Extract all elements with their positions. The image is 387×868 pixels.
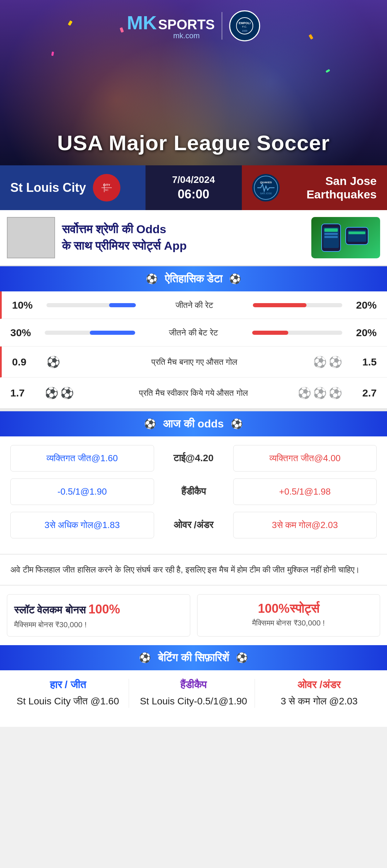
team-left-name: St Louis City: [10, 180, 86, 195]
goal-icons-left-conceded: ⚽ ⚽: [45, 386, 86, 400]
stat-bar-right-winrate: [253, 303, 342, 307]
stats-table: 10% जीतने की रेट 20% 30% जीतने की बेट रे…: [0, 291, 387, 409]
ball-icon-1: ⚽: [46, 355, 60, 369]
odds-section-title: आज की odds: [163, 417, 224, 430]
stat-win-rate-right: 20%: [342, 299, 377, 311]
odds-btn-win-right[interactable]: व्यक्तिगत जीत@4.00: [233, 445, 377, 472]
ad-text: सर्वोत्तम श्रेणी की Odds के साथ प्रीमियर…: [62, 221, 304, 254]
bet-ball-right-icon: ⚽: [236, 652, 248, 663]
bonus-section: स्लॉट वेलकम बोनस 100% मैक्सिमम बोनस ₹30,…: [0, 585, 387, 645]
svg-text:1920: 1920: [242, 30, 248, 32]
ball-icon-rc1: ⚽: [298, 386, 311, 400]
svg-text:QUAKES: QUAKES: [260, 181, 272, 184]
historical-section-title: ऐतिहासिक डेटा: [165, 272, 223, 285]
odds-row-3: 3से अधिक गोल@1.83 ओवर /अंडर 3से कम गोल@2…: [10, 512, 377, 538]
avg-goals-conceded-left: 1.7: [10, 387, 45, 399]
note-section: अवे टीम फिलहाल जीत हासिल करने के लिए संघ…: [0, 554, 387, 585]
bet-reco-val-ou: 3 से कम गोल @2.03: [262, 694, 377, 708]
stat-label-bet-rate: जीतने की बेट रेट: [139, 328, 249, 338]
bonus-sports-title: 100%स्पोर्ट्स: [204, 601, 373, 616]
stat-bar-left-betrate: [45, 331, 135, 335]
bonus-slot-title: स्लॉट वेलकम बोनस 100%: [14, 601, 183, 618]
bonus-slot-sub: मैक्सिमम बोनस ₹30,000 !: [14, 620, 183, 629]
stat-bar-right-betrate: [252, 331, 343, 335]
match-date: 7/04/2024: [172, 174, 215, 185]
svg-text:SAN JOSE: SAN JOSE: [260, 192, 272, 195]
bet-reco-val-handicap: St Louis City-0.5/1@1.90: [136, 694, 251, 708]
bonus-card-sports[interactable]: 100%स्पोर्ट्स मैक्सिमम बोनस ₹30,000 !: [197, 594, 380, 637]
bet-reco-row: हार / जीत St Louis City जीत @1.60 हैंडीक…: [0, 670, 387, 716]
odds-btn-over-left[interactable]: 3से अधिक गोल@1.83: [10, 512, 154, 538]
stat-row-win-rate: 10% जीतने की रेट 20%: [0, 291, 387, 319]
odds-btn-win-left[interactable]: व्यक्तिगत जीत@1.60: [10, 445, 154, 472]
bonus-sports-sub: मैक्सिमम बोनस ₹30,000 !: [204, 619, 373, 628]
ad-placeholder-image: [7, 217, 55, 258]
goal-icons-right-scored: ⚽ ⚽: [301, 355, 342, 369]
match-bar: St Louis City CITY SC 7/04/2024 06:00 QU…: [0, 165, 387, 210]
hero-banner: MK SPORTS mk.com EMPOLI F.C. 1920 USA Ma…: [0, 0, 387, 165]
team-right-logo: QUAKES SAN JOSE: [252, 174, 280, 202]
odds-section-header: ⚽ आज की odds ⚽: [0, 411, 387, 436]
bet-reco-section-title: बेटिंग की सिफ़ारिशें: [158, 651, 229, 664]
odds-ball-left-icon: ⚽: [144, 418, 156, 430]
bet-reco-section: हार / जीत St Louis City जीत @1.60 हैंडीक…: [0, 670, 387, 727]
bonus-card-slot[interactable]: स्लॉट वेलकम बोनस 100% मैक्सिमम बोनस ₹30,…: [7, 594, 190, 637]
odds-label-ou: ओवर /अंडर: [159, 519, 228, 531]
svg-rect-14: [324, 228, 338, 232]
ball-icon-c2: ⚽: [60, 386, 74, 400]
bet-reco-type-handicap: हैंडीकैप: [136, 679, 251, 691]
ad-app-mockup: [311, 217, 380, 258]
match-center: 7/04/2024 06:00: [146, 165, 242, 210]
avg-goals-scored-left: 0.9: [12, 356, 46, 368]
bet-reco-col-win: हार / जीत St Louis City जीत @1.60: [7, 679, 129, 708]
hero-title: USA Major League Soccer: [0, 131, 387, 155]
stat-row-avg-goals-conceded: 1.7 ⚽ ⚽ प्रति मैच स्वीकार किये गये औसत ग…: [0, 378, 387, 409]
svg-text:F.C.: F.C.: [242, 25, 247, 28]
stat-bar-left-winrate: [46, 303, 136, 307]
ball-icon-c1: ⚽: [45, 386, 58, 400]
odds-label-tie: टाई@4.20: [159, 453, 228, 464]
avg-goals-scored-right: 1.5: [342, 356, 377, 368]
mk-sports-logo: MK SPORTS mk.com EMPOLI F.C. 1920: [127, 10, 260, 41]
stat-win-rate-left: 10%: [12, 299, 46, 311]
bet-reco-col-handicap: हैंडीकैप St Louis City-0.5/1@1.90: [132, 679, 255, 708]
svg-rect-15: [324, 233, 338, 235]
stat-bet-rate-left: 30%: [10, 327, 45, 339]
stat-row-avg-goals-scored: 0.9 ⚽ प्रति मैच बनाए गए औसत गोल ⚽ ⚽ 1.5: [0, 347, 387, 378]
mk-logo-mk: MK: [127, 11, 157, 34]
team-right: QUAKES SAN JOSE San Jose Earthquakes: [242, 165, 387, 210]
bet-ball-left-icon: ⚽: [139, 652, 151, 663]
odds-btn-under-right[interactable]: 3से कम गोल@2.03: [233, 512, 377, 538]
odds-row-2: -0.5/1@1.90 हैंडीकैप +0.5/1@1.98: [10, 478, 377, 505]
odds-btn-handicap-right[interactable]: +0.5/1@1.98: [233, 478, 377, 505]
stat-label-avg-conceded: प्रति मैच स्वीकार किये गये औसत गोल: [86, 388, 301, 398]
svg-text:EMPOLI: EMPOLI: [239, 21, 251, 25]
stat-bar-fill-right-winrate: [253, 303, 307, 307]
match-time: 06:00: [178, 187, 209, 202]
stat-bar-fill-left-winrate: [109, 303, 136, 307]
soccer-ball-right-icon: ⚽: [229, 273, 241, 285]
stat-bet-rate-right: 20%: [342, 327, 377, 339]
svg-text:SC: SC: [105, 188, 108, 192]
svg-rect-16: [324, 236, 338, 238]
note-text: अवे टीम फिलहाल जीत हासिल करने के लिए संघ…: [10, 563, 377, 576]
mk-logo-sports: SPORTS: [158, 18, 215, 31]
mk-logo-domain: mk.com: [158, 31, 215, 40]
ball-icon-r2: ⚽: [329, 355, 342, 369]
bet-reco-section-header: ⚽ बेटिंग की सिफ़ारिशें ⚽: [0, 645, 387, 670]
team-left-logo: CITY SC: [93, 174, 120, 202]
stat-label-win-rate: जीतने की रेट: [139, 300, 249, 310]
odds-ball-right-icon: ⚽: [231, 418, 243, 430]
odds-label-handicap: हैंडीकैप: [159, 486, 228, 497]
bet-reco-type-win: हार / जीत: [10, 679, 125, 691]
avg-goals-conceded-right: 2.7: [342, 387, 377, 399]
ball-icon-r1: ⚽: [313, 355, 327, 369]
odds-btn-handicap-left[interactable]: -0.5/1@1.90: [10, 478, 154, 505]
goal-icons-right-conceded: ⚽ ⚽ ⚽: [301, 386, 342, 400]
empoli-badge: EMPOLI F.C. 1920: [229, 10, 260, 41]
goal-icons-left-scored: ⚽: [46, 355, 88, 369]
bet-reco-val-win: St Louis City जीत @1.60: [10, 694, 125, 708]
team-right-name: San Jose Earthquakes: [287, 174, 377, 201]
stat-row-bet-rate: 30% जीतने की बेट रेट 20%: [0, 319, 387, 347]
ball-icon-rc2: ⚽: [313, 386, 327, 400]
